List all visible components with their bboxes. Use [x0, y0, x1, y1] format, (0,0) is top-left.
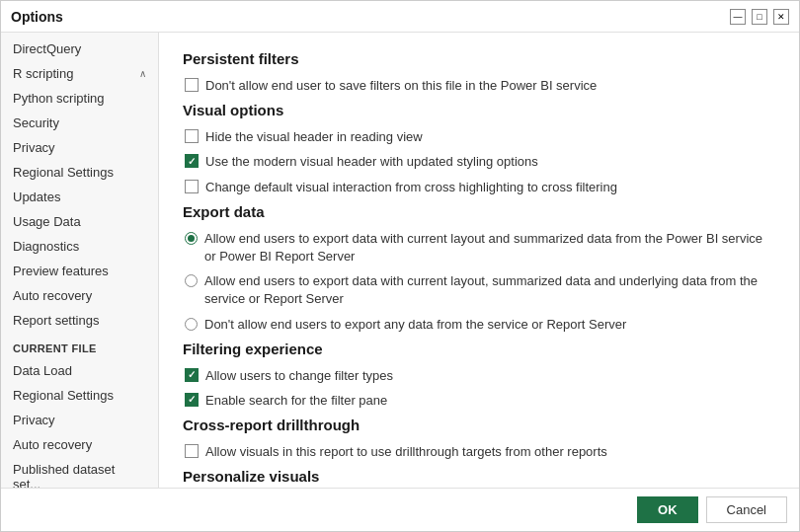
sidebar-item-label: Auto recovery	[13, 288, 92, 303]
checkbox-change-filter-types[interactable]	[185, 368, 199, 382]
option-label-change-filter-types: Allow users to change filter types	[205, 367, 393, 385]
sidebar-item-published-dataset[interactable]: Published dataset set...	[1, 457, 158, 488]
option-label-use-drillthrough: Allow visuals in this report to use dril…	[205, 443, 607, 461]
sidebar-item-label: Python scripting	[13, 91, 105, 106]
sidebar-item-directquery[interactable]: DirectQuery	[1, 37, 158, 61]
section-title-persistent-filters: Persistent filters	[183, 50, 775, 67]
sidebar-item-auto-recovery[interactable]: Auto recovery	[1, 283, 158, 308]
option-label-hide-visual-header: Hide the visual header in reading view	[205, 128, 423, 146]
sidebar-item-python-scripting[interactable]: Python scripting	[1, 86, 158, 111]
section-export-data: Export dataAllow end users to export dat…	[183, 203, 775, 334]
sidebar: DirectQueryR scripting∧Python scriptingS…	[1, 33, 159, 488]
sidebar-item-label: Auto recovery	[13, 437, 92, 452]
checkbox-modern-visual-header[interactable]	[185, 154, 199, 168]
checkbox-cross-filtering[interactable]	[185, 180, 199, 193]
radio-no-export[interactable]	[185, 318, 198, 331]
option-row-cross-filtering: Change default visual interaction from c…	[183, 179, 775, 196]
sidebar-item-diagnostics[interactable]: Diagnostics	[1, 234, 158, 259]
sidebar-global-section: DirectQueryR scripting∧Python scriptingS…	[1, 37, 158, 333]
sidebar-item-preview-features[interactable]: Preview features	[1, 259, 158, 283]
section-title-cross-report-drillthrough: Cross-report drillthrough	[183, 417, 775, 433]
sidebar-item-label: Data Load	[13, 363, 72, 378]
sidebar-item-label: Regional Settings	[13, 165, 114, 180]
option-label-no-export: Don't allow end users to export any data…	[204, 316, 626, 334]
ok-button[interactable]: OK	[637, 496, 698, 523]
sidebar-item-updates[interactable]: Updates	[1, 185, 158, 209]
sidebar-current-file-label: CURRENT FILE	[1, 333, 158, 358]
option-row-use-drillthrough: Allow visuals in this report to use dril…	[183, 443, 775, 461]
option-label-cross-filtering: Change default visual interaction from c…	[205, 179, 617, 196]
sidebar-item-auto-recovery-cf[interactable]: Auto recovery	[1, 432, 158, 457]
options-window: Options — □ ✕ DirectQueryR scripting∧Pyt…	[0, 0, 800, 532]
sidebar-item-label: Regional Settings	[13, 388, 114, 403]
sidebar-current-file-section: Data LoadRegional SettingsPrivacyAuto re…	[1, 358, 158, 488]
window-title: Options	[11, 9, 63, 25]
main-content: Persistent filtersDon't allow end user t…	[159, 33, 799, 488]
title-bar: Options — □ ✕	[1, 1, 799, 33]
checkbox-no-save-filters[interactable]	[185, 78, 199, 92]
sidebar-item-regional-settings[interactable]: Regional Settings	[1, 160, 158, 185]
section-title-export-data: Export data	[183, 203, 775, 220]
sidebar-item-privacy-cf[interactable]: Privacy	[1, 408, 158, 432]
sidebar-item-label: R scripting	[13, 66, 73, 81]
sidebar-item-usage-data[interactable]: Usage Data	[1, 209, 158, 234]
section-persistent-filters: Persistent filtersDon't allow end user t…	[183, 50, 775, 95]
sidebar-item-label: Usage Data	[13, 214, 81, 229]
section-cross-report-drillthrough: Cross-report drillthroughAllow visuals i…	[183, 417, 775, 461]
option-row-hide-visual-header: Hide the visual header in reading view	[183, 128, 775, 146]
option-label-no-save-filters: Don't allow end user to save filters on …	[205, 77, 597, 95]
sidebar-item-label: Published dataset set...	[13, 462, 146, 488]
sections-container: Persistent filtersDon't allow end user t…	[183, 50, 775, 488]
sidebar-item-privacy[interactable]: Privacy	[1, 135, 158, 160]
option-label-export-current-layout: Allow end users to export data with curr…	[204, 230, 775, 266]
sidebar-item-label: Security	[13, 115, 59, 130]
section-title-filtering-experience: Filtering experience	[183, 341, 775, 357]
cancel-button[interactable]: Cancel	[706, 496, 787, 523]
footer: OK Cancel	[1, 488, 799, 531]
sidebar-item-label: Updates	[13, 190, 60, 204]
sidebar-item-label: Report settings	[13, 313, 99, 328]
sidebar-item-data-load[interactable]: Data Load	[1, 358, 158, 383]
sidebar-item-label: Privacy	[13, 413, 55, 427]
window-controls: — □ ✕	[730, 9, 789, 25]
section-filtering-experience: Filtering experienceAllow users to chang…	[183, 341, 775, 410]
chevron-icon: ∧	[139, 68, 146, 79]
minimize-button[interactable]: —	[730, 9, 746, 25]
sidebar-item-security[interactable]: Security	[1, 111, 158, 135]
section-title-visual-options: Visual options	[183, 102, 775, 118]
sidebar-item-label: Preview features	[13, 264, 109, 278]
option-row-modern-visual-header: Use the modern visual header with update…	[183, 153, 775, 171]
maximize-button[interactable]: □	[752, 9, 767, 25]
option-label-export-summarized: Allow end users to export data with curr…	[204, 272, 775, 308]
option-label-modern-visual-header: Use the modern visual header with update…	[205, 153, 538, 171]
option-label-enable-search-filter: Enable search for the filter pane	[205, 392, 387, 410]
sidebar-item-r-scripting[interactable]: R scripting∧	[1, 61, 158, 86]
sidebar-item-label: Privacy	[13, 140, 55, 155]
sidebar-item-report-settings[interactable]: Report settings	[1, 308, 158, 333]
radio-export-summarized[interactable]	[185, 274, 198, 287]
option-row-export-summarized: Allow end users to export data with curr…	[183, 272, 775, 308]
checkbox-enable-search-filter[interactable]	[185, 393, 199, 407]
close-button[interactable]: ✕	[773, 9, 789, 25]
option-row-export-current-layout: Allow end users to export data with curr…	[183, 230, 775, 266]
radio-export-current-layout[interactable]	[185, 232, 198, 245]
content-area: DirectQueryR scripting∧Python scriptingS…	[1, 33, 799, 488]
checkbox-hide-visual-header[interactable]	[185, 129, 199, 143]
sidebar-item-regional-settings-cf[interactable]: Regional Settings	[1, 383, 158, 408]
section-visual-options: Visual optionsHide the visual header in …	[183, 102, 775, 196]
option-row-enable-search-filter: Enable search for the filter pane	[183, 392, 775, 410]
checkbox-use-drillthrough[interactable]	[185, 444, 199, 458]
sidebar-item-label: DirectQuery	[13, 41, 81, 56]
section-personalize-visuals: Personalize visualsAllow report readers …	[183, 468, 775, 488]
section-title-personalize-visuals: Personalize visuals	[183, 468, 775, 485]
option-row-no-save-filters: Don't allow end user to save filters on …	[183, 77, 775, 95]
sidebar-item-label: Diagnostics	[13, 239, 79, 254]
option-row-change-filter-types: Allow users to change filter types	[183, 367, 775, 385]
option-row-no-export: Don't allow end users to export any data…	[183, 316, 775, 334]
